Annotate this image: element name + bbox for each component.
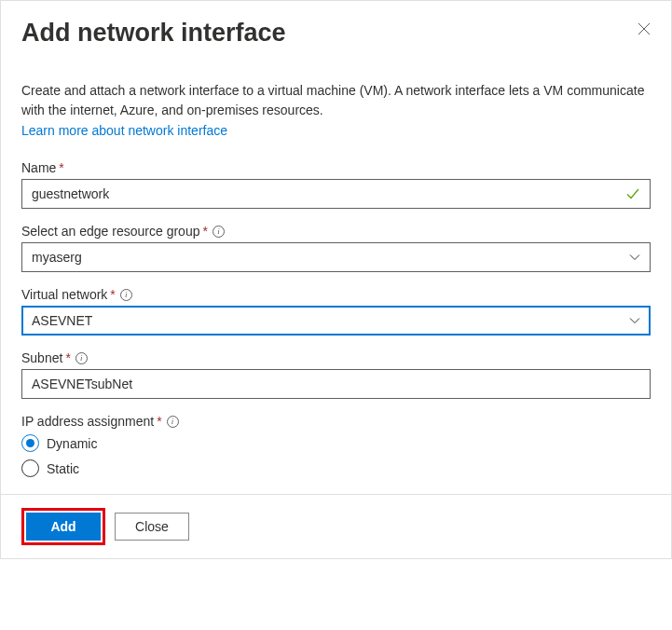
virtual-network-value: ASEVNET bbox=[32, 313, 92, 328]
chevron-down-icon bbox=[629, 315, 640, 326]
subnet-input[interactable]: ASEVNETsubNet bbox=[21, 369, 651, 399]
subnet-label-text: Subnet bbox=[21, 350, 62, 365]
radio-static[interactable]: Static bbox=[21, 459, 651, 477]
ip-assignment-label: IP address assignment * i bbox=[21, 414, 651, 429]
name-input[interactable]: guestnetwork bbox=[21, 179, 651, 209]
required-asterisk: * bbox=[157, 414, 161, 429]
radio-icon bbox=[21, 459, 39, 477]
radio-dynamic[interactable]: Dynamic bbox=[21, 434, 651, 452]
resource-group-field: Select an edge resource group * i myaser… bbox=[21, 224, 651, 272]
virtual-network-label-text: Virtual network bbox=[21, 287, 107, 302]
add-network-interface-panel: Add network interface Create and attach … bbox=[0, 0, 672, 559]
info-icon[interactable]: i bbox=[75, 352, 88, 364]
radio-static-label: Static bbox=[47, 461, 79, 476]
resource-group-select[interactable]: myaserg bbox=[21, 242, 651, 272]
close-button[interactable]: Close bbox=[115, 513, 189, 541]
subnet-label: Subnet * i bbox=[21, 350, 651, 365]
radio-icon bbox=[21, 434, 39, 452]
panel-footer: Add Close bbox=[1, 494, 671, 558]
ip-assignment-field: IP address assignment * i Dynamic Static bbox=[21, 414, 651, 477]
add-button-highlight: Add bbox=[21, 508, 105, 545]
radio-dynamic-label: Dynamic bbox=[47, 436, 97, 451]
close-icon[interactable] bbox=[638, 18, 651, 38]
ip-assignment-radio-group: Dynamic Static bbox=[21, 434, 651, 477]
resource-group-label-text: Select an edge resource group bbox=[21, 224, 199, 239]
required-asterisk: * bbox=[202, 224, 207, 239]
subnet-field: Subnet * i ASEVNETsubNet bbox=[21, 350, 651, 399]
virtual-network-select[interactable]: ASEVNET bbox=[21, 306, 651, 336]
required-asterisk: * bbox=[59, 160, 63, 175]
virtual-network-label: Virtual network * i bbox=[21, 287, 651, 302]
subnet-value: ASEVNETsubNet bbox=[32, 377, 132, 391]
panel-body: Create and attach a network interface to… bbox=[1, 53, 671, 494]
panel-header: Add network interface bbox=[1, 1, 671, 53]
chevron-down-icon bbox=[629, 252, 640, 263]
add-button[interactable]: Add bbox=[26, 513, 101, 541]
panel-description: Create and attach a network interface to… bbox=[21, 81, 651, 119]
required-asterisk: * bbox=[65, 350, 70, 365]
learn-more-link[interactable]: Learn more about network interface bbox=[21, 121, 227, 140]
name-input-value: guestnetwork bbox=[32, 186, 109, 201]
name-label-text: Name bbox=[21, 160, 56, 175]
required-asterisk: * bbox=[110, 287, 115, 302]
ip-assignment-label-text: IP address assignment bbox=[21, 414, 154, 429]
resource-group-label: Select an edge resource group * i bbox=[21, 224, 651, 239]
info-icon[interactable]: i bbox=[120, 289, 132, 301]
info-icon[interactable]: i bbox=[167, 416, 179, 428]
info-icon[interactable]: i bbox=[213, 226, 225, 238]
name-field: Name * guestnetwork bbox=[21, 160, 651, 209]
checkmark-icon bbox=[625, 186, 640, 201]
name-label: Name * bbox=[21, 160, 651, 175]
panel-title: Add network interface bbox=[21, 18, 286, 48]
resource-group-value: myaserg bbox=[32, 250, 82, 265]
virtual-network-field: Virtual network * i ASEVNET bbox=[21, 287, 651, 336]
